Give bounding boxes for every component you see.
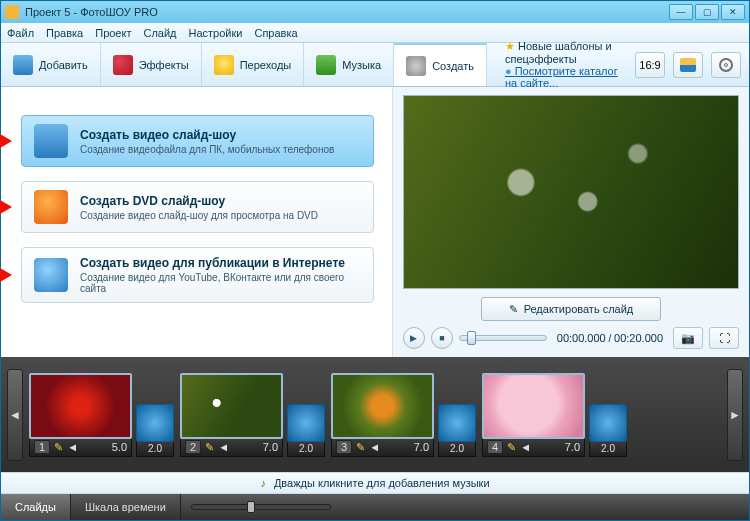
fullscreen-button[interactable]: ⛶	[709, 327, 739, 349]
tab-add[interactable]: Добавить	[1, 43, 101, 86]
caret-icon[interactable]: ◄	[369, 441, 380, 453]
transition[interactable]: 2.0	[589, 404, 627, 457]
bottom-bar: Слайды Шкала времени	[1, 494, 749, 520]
transition-duration: 2.0	[287, 442, 325, 457]
tab-transitions[interactable]: Переходы	[202, 43, 305, 86]
option-create-video[interactable]: Создать видео слайд-шоуСоздание видеофай…	[21, 115, 374, 167]
arrow-icon	[0, 200, 19, 214]
option1-title: Создать видео слайд-шоу	[80, 128, 334, 142]
tab-add-label: Добавить	[39, 59, 88, 71]
promo-link[interactable]: Посмотрите каталог на сайте...	[505, 65, 627, 89]
slide-duration: 5.0	[112, 441, 127, 453]
timeline-slide[interactable]: 1✎◄5.0 2.0	[29, 373, 176, 457]
aspect-ratio-button[interactable]: 16:9	[635, 52, 665, 78]
minimize-button[interactable]: —	[669, 4, 693, 20]
slide-thumb[interactable]	[180, 373, 283, 439]
app-icon	[5, 5, 19, 19]
timeline-slide[interactable]: 3✎◄7.0 2.0	[331, 373, 478, 457]
option2-desc: Создание видео слайд-шоу для просмотра н…	[80, 210, 318, 221]
disc-icon	[34, 190, 68, 224]
slide-number: 4	[487, 440, 503, 454]
close-button[interactable]: ✕	[721, 4, 745, 20]
menu-project[interactable]: Проект	[95, 27, 131, 39]
play-button[interactable]: ▶	[403, 327, 425, 349]
tab-create[interactable]: Создать	[394, 43, 487, 86]
transition-thumb[interactable]	[589, 404, 627, 442]
timeline-slide[interactable]: 4✎◄7.0 2.0	[482, 373, 629, 457]
pencil-icon[interactable]: ✎	[507, 441, 516, 454]
zoom-knob[interactable]	[247, 501, 255, 513]
bottom-tab-timeline[interactable]: Шкала времени	[71, 494, 181, 520]
transition[interactable]: 2.0	[136, 404, 174, 457]
maximize-button[interactable]: ▢	[695, 4, 719, 20]
caret-icon[interactable]: ◄	[67, 441, 78, 453]
option1-desc: Создание видеофайла для ПК, мобильных те…	[80, 144, 334, 155]
option3-title: Создать видео для публикации в Интернете	[80, 256, 361, 270]
timeline-track[interactable]: 1✎◄5.0 2.0 2✎◄7.0 2.0 3✎◄7.0 2.0	[29, 373, 721, 457]
tab-effects[interactable]: Эффекты	[101, 43, 202, 86]
option-create-dvd[interactable]: Создать DVD слайд-шоуСоздание видео слай…	[21, 181, 374, 233]
main-toolbar: Добавить Эффекты Переходы Музыка Создать…	[1, 43, 749, 87]
slide-duration: 7.0	[263, 441, 278, 453]
pencil-icon[interactable]: ✎	[54, 441, 63, 454]
music-add-icon: ♪	[260, 477, 266, 489]
music-hint: Дважды кликните для добавления музыки	[274, 477, 490, 489]
tab-music-label: Музыка	[342, 59, 381, 71]
slide-thumb[interactable]	[331, 373, 434, 439]
slide-duration: 7.0	[414, 441, 429, 453]
edit-slide-button[interactable]: ✎Редактировать слайд	[481, 297, 661, 321]
transition-duration: 2.0	[438, 442, 476, 457]
preview-image[interactable]	[403, 95, 739, 289]
aspect-ratio-label: 16:9	[639, 59, 660, 71]
menu-slide[interactable]: Слайд	[143, 27, 176, 39]
menu-edit[interactable]: Правка	[46, 27, 83, 39]
menu-file[interactable]: Файл	[7, 27, 34, 39]
menu-settings[interactable]: Настройки	[189, 27, 243, 39]
preview-panel: ✎Редактировать слайд ▶ ■ 00:00.000 / 00:…	[393, 87, 749, 357]
caret-icon[interactable]: ◄	[520, 441, 531, 453]
slide-number: 3	[336, 440, 352, 454]
slide-info: 3✎◄7.0	[331, 439, 434, 457]
music-icon	[316, 55, 336, 75]
transition[interactable]: 2.0	[438, 404, 476, 457]
transition[interactable]: 2.0	[287, 404, 325, 457]
slide-info: 2✎◄7.0	[180, 439, 283, 457]
caret-icon[interactable]: ◄	[218, 441, 229, 453]
transition-thumb[interactable]	[136, 404, 174, 442]
seek-knob[interactable]	[467, 331, 476, 345]
time-total: 00:20.000	[614, 332, 663, 344]
time-display: 00:00.000 / 00:20.000	[557, 332, 663, 344]
pencil-icon[interactable]: ✎	[356, 441, 365, 454]
stop-button[interactable]: ■	[431, 327, 453, 349]
window-title: Проект 5 - ФотоШОУ PRO	[25, 6, 667, 18]
option3-desc: Создание видео для YouTube, ВКонтакте ил…	[80, 272, 361, 294]
reel-icon	[406, 56, 426, 76]
settings-button[interactable]	[711, 52, 741, 78]
bottom-tab-slides[interactable]: Слайды	[1, 494, 71, 520]
slide-thumb[interactable]	[29, 373, 132, 439]
option-create-web[interactable]: Создать видео для публикации в Интернете…	[21, 247, 374, 303]
tab-music[interactable]: Музыка	[304, 43, 394, 86]
slide-duration: 7.0	[565, 441, 580, 453]
timeline-slide[interactable]: 2✎◄7.0 2.0	[180, 373, 327, 457]
menubar: Файл Правка Проект Слайд Настройки Справ…	[1, 23, 749, 43]
zoom-slider[interactable]	[191, 504, 331, 510]
pencil-icon: ✎	[509, 303, 518, 316]
seek-slider[interactable]	[459, 335, 547, 341]
transition-thumb[interactable]	[438, 404, 476, 442]
time-current: 00:00.000	[557, 332, 606, 344]
tab-create-label: Создать	[432, 60, 474, 72]
snapshot-button[interactable]: 📷	[673, 327, 703, 349]
slide-thumb[interactable]	[482, 373, 585, 439]
create-panel: Создать видео слайд-шоуСоздание видеофай…	[1, 87, 393, 357]
timeline-scroll-right[interactable]: ►	[727, 369, 743, 461]
theme-button[interactable]	[673, 52, 703, 78]
timeline: ◄ 1✎◄5.0 2.0 2✎◄7.0 2.0	[1, 357, 749, 472]
menu-help[interactable]: Справка	[254, 27, 297, 39]
workarea: Создать видео слайд-шоуСоздание видеофай…	[1, 87, 749, 357]
timeline-scroll-left[interactable]: ◄	[7, 369, 23, 461]
pencil-icon[interactable]: ✎	[205, 441, 214, 454]
music-track[interactable]: ♪ Дважды кликните для добавления музыки	[1, 472, 749, 494]
transition-thumb[interactable]	[287, 404, 325, 442]
promo-box: Новые шаблоны и спецэффекты Посмотрите к…	[505, 40, 627, 89]
